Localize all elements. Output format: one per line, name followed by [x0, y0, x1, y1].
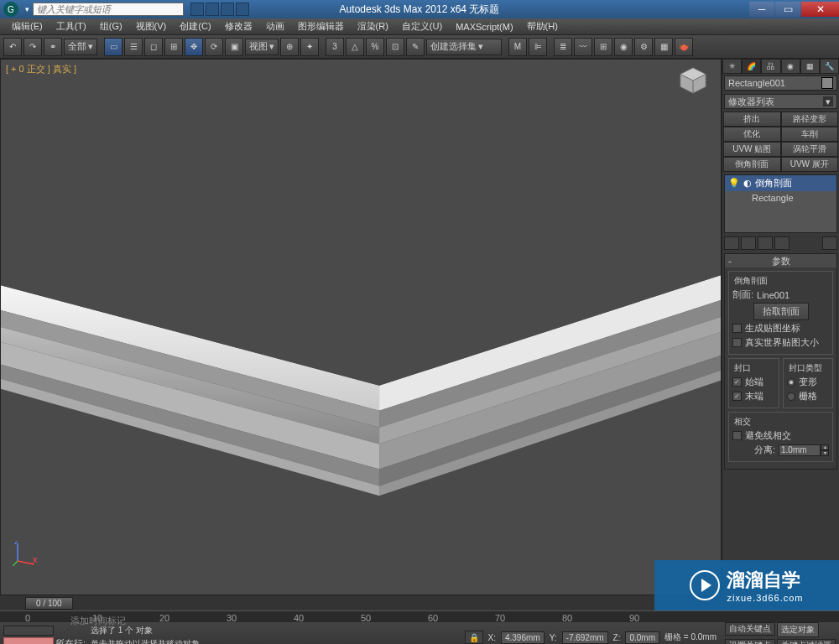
gen-mapping-checkbox[interactable] [732, 324, 742, 333]
select-button[interactable]: ▭ [104, 38, 122, 56]
configure-sets-button[interactable] [822, 236, 837, 250]
stack-item-rectangle[interactable]: Rectangle [725, 191, 836, 205]
hierarchy-tab[interactable]: 品 [761, 59, 780, 74]
menu-group[interactable]: 组(G) [93, 18, 129, 34]
real-world-checkbox[interactable] [732, 338, 742, 347]
redo-button[interactable]: ↷ [23, 38, 42, 56]
refcoord-dropdown[interactable]: 视图 ▾ [245, 39, 279, 55]
web-icon[interactable] [236, 3, 249, 16]
mod-pathdeform-button[interactable]: 路径变形 [781, 112, 839, 127]
link-button[interactable]: ⚭ [44, 38, 62, 56]
coord-x-field[interactable]: 4.396mm [501, 631, 545, 644]
cap-start-checkbox[interactable]: ✓ [732, 377, 742, 387]
script-mini-listener[interactable] [3, 626, 54, 636]
display-tab[interactable]: ▦ [800, 59, 820, 74]
rotate-button[interactable]: ⟳ [205, 38, 223, 56]
params-rollout-header[interactable]: -参数 [725, 254, 836, 267]
expand-icon[interactable]: ◐ [743, 178, 752, 189]
stack-item-bevelprofile[interactable]: 💡 ◐ 倒角剖面 [725, 175, 836, 191]
cap-end-checkbox[interactable]: ✓ [732, 392, 742, 401]
minimize-button[interactable]: ─ [749, 2, 774, 17]
pin-stack-button[interactable] [724, 236, 739, 250]
menu-custom[interactable]: 自定义(U) [395, 18, 449, 34]
mod-optimize-button[interactable]: 优化 [723, 127, 781, 142]
coord-y-field[interactable]: -7.692mm [562, 631, 608, 644]
menu-tools[interactable]: 工具(T) [50, 18, 93, 34]
utilities-tab[interactable]: 🔧 [820, 59, 839, 74]
toolbar-chevron-icon[interactable]: ▾ [25, 5, 29, 13]
menu-animation[interactable]: 动画 [259, 18, 291, 34]
time-slider-handle[interactable]: 0 / 100 [25, 597, 73, 610]
mirror-button[interactable]: M [508, 38, 527, 56]
star-icon[interactable] [221, 3, 234, 16]
make-unique-button[interactable] [758, 236, 773, 250]
percent-snap-button[interactable]: % [366, 38, 384, 56]
setkey-button[interactable]: 设置关键点 [725, 639, 775, 644]
separation-input[interactable] [779, 444, 821, 456]
mod-uvwunwrap-button[interactable]: UVW 展开 [781, 157, 839, 172]
edit-selection-button[interactable]: ✎ [406, 38, 425, 56]
select-rect-button[interactable]: ◻ [144, 38, 163, 56]
lock-icon[interactable]: 🔒 [465, 631, 483, 644]
search-input[interactable] [33, 3, 184, 16]
menu-graph[interactable]: 图形编辑器 [291, 18, 351, 34]
mod-bevelprofile-button[interactable]: 倒角剖面 [723, 157, 781, 172]
captype-morph-radio[interactable] [787, 378, 795, 387]
layer-button[interactable]: ≣ [554, 38, 572, 56]
menu-edit[interactable]: 编辑(E) [5, 18, 50, 34]
menu-help[interactable]: 帮助(H) [520, 18, 565, 34]
named-selection-dropdown[interactable]: 创建选择集 ▾ [426, 39, 502, 55]
autokey-button[interactable]: 自动关键点 [725, 622, 775, 636]
render-frame-button[interactable]: ▦ [654, 38, 673, 56]
maximize-button[interactable]: ▭ [775, 2, 800, 17]
select-manipulate-button[interactable]: ✦ [300, 38, 319, 56]
move-button[interactable]: ✥ [185, 38, 203, 56]
close-button[interactable]: ✕ [801, 2, 839, 17]
undo-button[interactable]: ↶ [3, 38, 22, 56]
motion-tab[interactable]: ◉ [781, 59, 800, 74]
menu-modifier[interactable]: 修改器 [218, 18, 259, 34]
selection-filter-dropdown[interactable]: 全部 ▾ [64, 39, 97, 55]
menu-maxscript[interactable]: MAXScript(M) [449, 20, 519, 34]
menu-create[interactable]: 创建(C) [173, 18, 217, 34]
mod-uvwmap-button[interactable]: UVW 贴图 [723, 142, 781, 157]
sep-spin-down[interactable]: ▾ [821, 450, 829, 456]
scale-button[interactable]: ▣ [225, 38, 243, 56]
object-name-field[interactable]: Rectangle001 [724, 75, 837, 91]
show-result-button[interactable] [741, 236, 756, 250]
render-setup-button[interactable]: ⚙ [634, 38, 653, 56]
sep-spin-up[interactable]: ▴ [821, 444, 829, 450]
schematic-button[interactable]: ⊞ [594, 38, 612, 56]
render-button[interactable]: 🫖 [675, 38, 693, 56]
menu-view[interactable]: 视图(V) [129, 18, 174, 34]
timeline-ruler[interactable]: 01020 304050 607080 90 [0, 610, 839, 622]
info-icon[interactable] [206, 3, 219, 16]
mod-lathe-button[interactable]: 车削 [781, 127, 839, 142]
add-time-tag[interactable]: 添加时间标记 [70, 615, 126, 627]
keyfilter-button[interactable]: 关键点过滤器 [777, 639, 836, 644]
modify-tab[interactable]: 🌈 [742, 59, 761, 74]
material-editor-button[interactable]: ◉ [614, 38, 633, 56]
angle-snap-button[interactable]: △ [346, 38, 364, 56]
lightbulb-icon[interactable]: 💡 [728, 178, 740, 189]
object-color-swatch[interactable] [821, 77, 833, 89]
curve-editor-button[interactable]: 〰 [574, 38, 592, 56]
remove-modifier-button[interactable] [774, 236, 789, 250]
select-window-button[interactable]: ⊞ [164, 38, 183, 56]
modifier-stack[interactable]: 💡 ◐ 倒角剖面 Rectangle [724, 174, 837, 233]
mod-extrude-button[interactable]: 挤出 [723, 112, 781, 127]
coord-z-field[interactable]: 0.0mm [625, 631, 659, 644]
keymode-dropdown[interactable]: 选定对象 [777, 622, 819, 637]
snap-toggle-button[interactable]: 3 [326, 38, 344, 56]
mod-turbosmooth-button[interactable]: 涡轮平滑 [781, 142, 839, 157]
create-tab[interactable]: ✳ [722, 59, 742, 74]
avoid-intersect-checkbox[interactable] [732, 431, 742, 440]
pivot-button[interactable]: ⊕ [280, 38, 299, 56]
menu-render[interactable]: 渲染(R) [351, 18, 395, 34]
captype-grid-radio[interactable] [787, 392, 795, 401]
app-logo-icon[interactable]: G [3, 2, 18, 17]
modifier-list-dropdown[interactable]: 修改器列表▾ [724, 94, 837, 109]
viewport[interactable]: [ + 0 正交 ] 真实 ] [0, 59, 722, 595]
align-button[interactable]: ⊫ [529, 38, 547, 56]
select-name-button[interactable]: ☰ [124, 38, 143, 56]
